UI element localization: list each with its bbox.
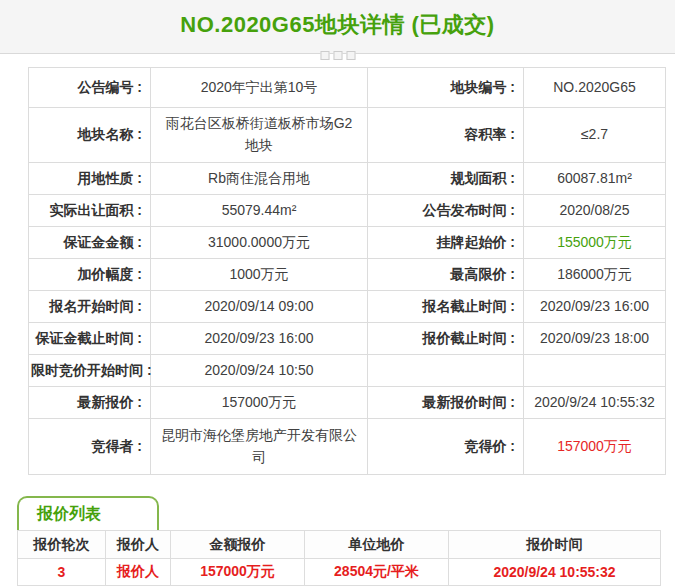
detail-value: NO.2020G65	[524, 68, 666, 108]
detail-value: 2020/09/24 10:50	[151, 355, 368, 387]
table-row: 最新报价 : 157000万元 最新报价时间 : 2020/9/24 10:55…	[29, 387, 666, 419]
detail-value: 2020/09/23 16:00	[524, 291, 666, 323]
page-title: NO.2020G65地块详情 (已成交)	[0, 0, 675, 40]
column-header: 单位地价	[305, 531, 449, 559]
detail-label: 规划面积 :	[368, 163, 524, 195]
quote-header-row: 报价轮次 报价人 金额报价 单位地价 报价时间	[18, 531, 661, 559]
detail-value: 60087.81m²	[524, 163, 666, 195]
column-header: 报价时间	[449, 531, 661, 559]
table-row: 用地性质 : Rb商住混合用地 规划面积 : 60087.81m²	[29, 163, 666, 195]
square-icon	[346, 51, 355, 60]
detail-value: 2020/09/23 16:00	[151, 323, 368, 355]
detail-value: 157000万元	[151, 387, 368, 419]
detail-value-winner: 昆明市海伦堡房地产开发有限公司	[151, 419, 368, 475]
detail-label: 竞得价 :	[368, 419, 524, 475]
column-header: 金额报价	[171, 531, 305, 559]
detail-value: 186000万元	[524, 259, 666, 291]
detail-value: Rb商住混合用地	[151, 163, 368, 195]
table-row: 竞得者 : 昆明市海伦堡房地产开发有限公司 竞得价 : 157000万元	[29, 419, 666, 475]
table-row: 加价幅度 : 1000万元 最高限价 : 186000万元	[29, 259, 666, 291]
quote-row: 3 报价人 157000万元 28504元/平米 2020/9/24 10:55…	[18, 559, 661, 586]
detail-label: 用地性质 :	[29, 163, 151, 195]
detail-label: 报价截止时间 :	[368, 323, 524, 355]
detail-label: 公告发布时间 :	[368, 195, 524, 227]
square-icon	[333, 51, 342, 60]
detail-label: 最高限价 :	[368, 259, 524, 291]
detail-value: 2020/09/14 09:00	[151, 291, 368, 323]
detail-value: 1000万元	[151, 259, 368, 291]
detail-label: 报名截止时间 :	[368, 291, 524, 323]
detail-label: 加价幅度 :	[29, 259, 151, 291]
table-row: 限时竞价开始时间 : 2020/09/24 10:50	[29, 355, 666, 387]
quote-time: 2020/9/24 10:55:32	[449, 559, 661, 586]
detail-label: 竞得者 :	[29, 419, 151, 475]
quote-unit-price: 28504元/平米	[305, 559, 449, 586]
square-icon	[320, 51, 329, 60]
detail-value-final-price: 157000万元	[524, 419, 666, 475]
land-detail-page: NO.2020G65地块详情 (已成交) 公告编号 : 2020年宁出第10号 …	[0, 0, 675, 586]
quote-round: 3	[18, 559, 106, 586]
quote-amount: 157000万元	[171, 559, 305, 586]
table-row: 保证金金额 : 31000.0000万元 挂牌起始价 : 155000万元	[29, 227, 666, 259]
column-header: 报价人	[106, 531, 171, 559]
detail-label: 地块名称 :	[29, 108, 151, 163]
detail-label: 保证金截止时间 :	[29, 323, 151, 355]
quote-bidder: 报价人	[106, 559, 171, 586]
detail-label: 容积率 :	[368, 108, 524, 163]
table-row: 保证金截止时间 : 2020/09/23 16:00 报价截止时间 : 2020…	[29, 323, 666, 355]
detail-value: 2020/08/25	[524, 195, 666, 227]
detail-value: 2020/09/23 18:00	[524, 323, 666, 355]
detail-label: 公告编号 :	[29, 68, 151, 108]
detail-label: 限时竞价开始时间 :	[29, 355, 151, 387]
detail-value: ≤2.7	[524, 108, 666, 163]
detail-value-starting-price: 155000万元	[524, 227, 666, 259]
divider-squares-icon	[320, 51, 355, 60]
table-row: 实际出让面积 : 55079.44m² 公告发布时间 : 2020/08/25	[29, 195, 666, 227]
detail-label: 最新报价时间 :	[368, 387, 524, 419]
column-header: 报价轮次	[18, 531, 106, 559]
detail-label: 地块编号 :	[368, 68, 524, 108]
detail-value: 2020/9/24 10:55:32	[524, 387, 666, 419]
tab-quote-list[interactable]: 报价列表	[17, 496, 159, 530]
detail-value: 55079.44m²	[151, 195, 368, 227]
detail-value	[524, 355, 666, 387]
detail-label: 报名开始时间 :	[29, 291, 151, 323]
table-row: 地块名称 : 雨花台区板桥街道板桥市场G2地块 容积率 : ≤2.7	[29, 108, 666, 163]
detail-label	[368, 355, 524, 387]
detail-label: 保证金金额 :	[29, 227, 151, 259]
land-details-table: 公告编号 : 2020年宁出第10号 地块编号 : NO.2020G65 地块名…	[28, 67, 666, 475]
detail-value: 雨花台区板桥街道板桥市场G2地块	[151, 108, 368, 163]
detail-label: 挂牌起始价 :	[368, 227, 524, 259]
detail-label: 最新报价 :	[29, 387, 151, 419]
page-header: NO.2020G65地块详情 (已成交)	[0, 0, 675, 54]
table-row: 报名开始时间 : 2020/09/14 09:00 报名截止时间 : 2020/…	[29, 291, 666, 323]
detail-label: 实际出让面积 :	[29, 195, 151, 227]
detail-value: 31000.0000万元	[151, 227, 368, 259]
quote-list-table: 报价轮次 报价人 金额报价 单位地价 报价时间 3 报价人 157000万元 2…	[17, 530, 661, 586]
detail-value: 2020年宁出第10号	[151, 68, 368, 108]
table-row: 公告编号 : 2020年宁出第10号 地块编号 : NO.2020G65	[29, 68, 666, 108]
